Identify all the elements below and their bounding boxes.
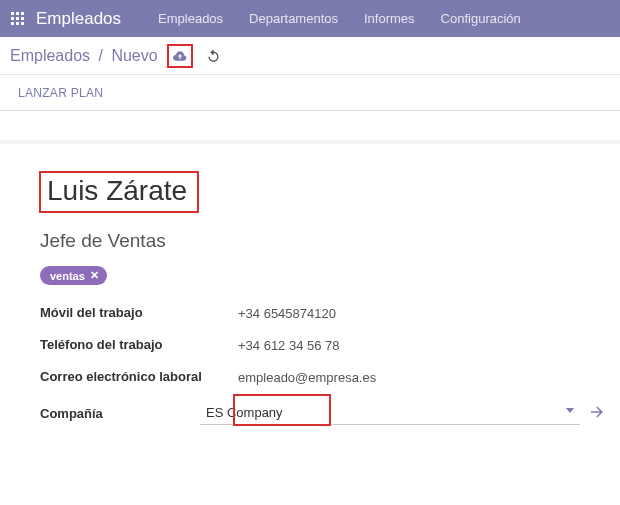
form-sheet: Luis Zárate Jefe de Ventas ventas ✕ Móvi… <box>0 143 620 425</box>
svg-rect-5 <box>21 17 24 20</box>
field-work-phone: Teléfono del trabajo +34 612 34 56 78 <box>40 329 620 361</box>
undo-icon <box>206 48 221 63</box>
field-work-email: Correo electrónico laboral empleado@empr… <box>40 361 620 393</box>
work-phone-label: Teléfono del trabajo <box>40 337 238 352</box>
apps-icon[interactable] <box>10 11 26 27</box>
svg-rect-8 <box>21 22 24 25</box>
menu-empleados[interactable]: Empleados <box>145 11 236 26</box>
company-input[interactable] <box>200 401 580 425</box>
chevron-down-icon[interactable] <box>566 408 574 413</box>
svg-rect-2 <box>21 12 24 15</box>
statusbar: LANZAR PLAN <box>0 75 620 111</box>
breadcrumb-current: Nuevo <box>111 47 157 64</box>
svg-rect-0 <box>11 12 14 15</box>
svg-rect-1 <box>16 12 19 15</box>
top-menu: Empleados Departamentos Informes Configu… <box>145 11 534 26</box>
work-mobile-label: Móvil del trabajo <box>40 305 238 320</box>
svg-rect-3 <box>11 17 14 20</box>
arrow-right-icon <box>588 403 606 421</box>
external-link-button[interactable] <box>588 403 606 424</box>
top-nav: Empleados Empleados Departamentos Inform… <box>0 0 620 37</box>
menu-configuracion[interactable]: Configuración <box>428 11 534 26</box>
tags-field[interactable]: ventas ✕ <box>40 266 620 285</box>
field-work-mobile: Móvil del trabajo +34 6545874120 <box>40 297 620 329</box>
cloud-upload-icon <box>172 49 188 63</box>
breadcrumb-root[interactable]: Empleados <box>10 47 90 64</box>
employee-name-input[interactable]: Luis Zárate <box>40 172 198 212</box>
company-label: Compañía <box>40 406 200 421</box>
tag-remove-icon[interactable]: ✕ <box>90 269 99 282</box>
discard-button[interactable] <box>202 45 226 67</box>
breadcrumb-separator: / <box>99 47 103 64</box>
tag-ventas: ventas ✕ <box>40 266 107 285</box>
work-mobile-value[interactable]: +34 6545874120 <box>238 305 336 321</box>
svg-rect-7 <box>16 22 19 25</box>
work-email-value[interactable]: empleado@empresa.es <box>238 369 376 385</box>
work-email-label: Correo electrónico laboral <box>40 369 238 384</box>
svg-rect-6 <box>11 22 14 25</box>
menu-informes[interactable]: Informes <box>351 11 428 26</box>
job-title-input[interactable]: Jefe de Ventas <box>40 230 620 252</box>
save-button[interactable] <box>168 45 192 67</box>
work-phone-value[interactable]: +34 612 34 56 78 <box>238 337 340 353</box>
company-input-wrapper <box>200 401 580 425</box>
launch-plan-button[interactable]: LANZAR PLAN <box>18 86 103 100</box>
breadcrumb: Empleados / Nuevo <box>10 47 158 65</box>
breadcrumb-bar: Empleados / Nuevo <box>0 37 620 75</box>
menu-departamentos[interactable]: Departamentos <box>236 11 351 26</box>
field-company: Compañía <box>40 401 620 425</box>
employee-name-wrap: Luis Zárate <box>40 172 620 212</box>
tag-label: ventas <box>50 270 85 282</box>
fields-group: Móvil del trabajo +34 6545874120 Teléfon… <box>40 297 620 425</box>
svg-rect-4 <box>16 17 19 20</box>
module-title[interactable]: Empleados <box>36 9 121 29</box>
